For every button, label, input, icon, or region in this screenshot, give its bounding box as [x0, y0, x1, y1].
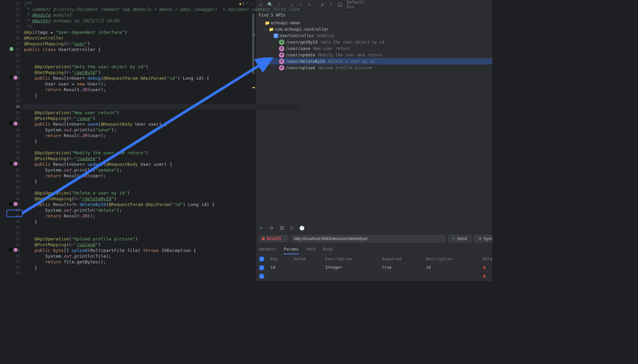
code-line[interactable]: @RestController — [23, 35, 299, 41]
code-line[interactable] — [23, 184, 299, 190]
code-line[interactable]: @ApiOperation("Delete a user by id") — [23, 190, 299, 196]
run-icon[interactable] — [9, 76, 13, 79]
code-line[interactable]: } — [23, 93, 299, 98]
code-line[interactable]: @PostMapping(©~"/update") — [23, 156, 299, 161]
delete-icon[interactable]: 🗑 — [482, 265, 487, 270]
column-header: Delete — [480, 255, 492, 263]
svg-marker-2 — [9, 162, 13, 165]
code-line[interactable] — [23, 58, 299, 64]
tab-path[interactable]: Path — [305, 245, 316, 254]
gear-icon[interactable]: ⚙ — [320, 2, 325, 7]
code-line[interactable]: public Result<User> debug(@RequestParam … — [23, 75, 299, 81]
method-icon — [14, 122, 18, 126]
method-icon — [14, 162, 18, 166]
code-line[interactable]: @RequestMapping(©~"user") — [23, 41, 299, 47]
chevron-up-icon[interactable]: ⌃ — [246, 1, 249, 6]
warnings-badge[interactable]: ▲ 3 — [239, 1, 244, 6]
code-line[interactable]: return file.getBytes(); — [23, 259, 299, 265]
code-line[interactable]: @ApiOperation("Gets the user object by i… — [23, 64, 299, 70]
code-line[interactable] — [23, 230, 299, 236]
code-line[interactable]: @GetMapping(©~"/getById") — [23, 70, 299, 75]
column-header: Description — [423, 255, 479, 263]
code-line[interactable] — [23, 144, 299, 150]
code-line[interactable] — [23, 225, 299, 230]
code-line[interactable]: public Result<User> save(@RequestBody Us… — [23, 121, 299, 127]
code-line[interactable]: return Result.OK(user); — [23, 173, 299, 179]
code-line[interactable]: } — [23, 138, 299, 144]
send-icon: ➤ — [453, 236, 455, 241]
code-area[interactable]: /** * Comment priority:Document comment … — [23, 0, 299, 281]
code-line[interactable]: @ApiOperation("Upload profile picture") — [23, 236, 299, 242]
help-icon[interactable]: ? — [329, 2, 333, 7]
run-icon[interactable] — [9, 122, 13, 125]
code-line[interactable]: return Result.OK(); — [23, 213, 299, 219]
run-icon[interactable] — [9, 202, 13, 205]
code-line[interactable] — [23, 52, 299, 58]
code-line[interactable]: /** — [23, 1, 299, 6]
code-line[interactable]: * @module module2 — [23, 12, 299, 18]
scrollbar-mark — [252, 87, 255, 88]
code-line[interactable]: return Result.OK(user); — [23, 133, 299, 138]
headphones-icon[interactable]: 🎧 — [337, 2, 343, 7]
svg-marker-4 — [9, 248, 13, 251]
method-icon — [14, 248, 18, 252]
sync-button[interactable]: ⟳ Sync — [474, 235, 492, 243]
column-header: Required — [379, 255, 422, 263]
run-icon[interactable] — [9, 248, 13, 251]
code-line[interactable] — [23, 104, 299, 110]
code-line[interactable]: @ApiOperation("New user return") — [23, 110, 299, 115]
code-line[interactable] — [23, 98, 299, 104]
code-line[interactable]: @PostMapping(©~"/upload") — [23, 242, 299, 248]
code-editor-pane: 1213141516171819202122232425262728293031… — [0, 0, 256, 281]
close-icon[interactable]: ✕ — [307, 2, 312, 7]
editor-scrollbar[interactable] — [252, 0, 255, 281]
code-line[interactable]: System.out.println("update"); — [23, 167, 299, 173]
code-line[interactable]: * @author echoapi at 2023/7/3 14:04 — [23, 18, 299, 24]
annotation-highlight-box — [6, 210, 23, 217]
sync-icon: ⟳ — [478, 236, 482, 241]
code-line[interactable]: System.out.println("delete"); — [23, 207, 299, 213]
scrollbar-thumb[interactable] — [252, 14, 254, 74]
code-line[interactable]: } — [23, 179, 299, 184]
warning-icon: ▲ — [239, 1, 242, 6]
code-line[interactable]: @PostMapping(©~"/save") — [23, 115, 299, 121]
code-line[interactable] — [23, 270, 299, 276]
code-line[interactable]: } — [23, 265, 299, 270]
delete-icon[interactable]: 🗑 — [482, 274, 487, 279]
code-line[interactable]: @Api(tags = "User-dependent interface") — [23, 29, 299, 35]
code-line[interactable]: public class UserController { — [23, 47, 299, 52]
code-line[interactable]: @DeleteMapping(©~"/deleteById") — [23, 196, 299, 202]
url-input[interactable] — [291, 235, 446, 243]
class-gutter-icon — [9, 47, 14, 51]
env-selector[interactable]: Default Env — [347, 0, 370, 9]
column-header: Description — [323, 255, 379, 263]
code-line[interactable]: } — [23, 219, 299, 225]
history-icon[interactable]: 🕐 — [299, 226, 305, 231]
code-line[interactable]: System.out.println(file); — [23, 253, 299, 259]
editor-gutter: 1213141516171819202122232425262728293031… — [0, 0, 23, 281]
svg-marker-3 — [9, 202, 13, 205]
code-line[interactable]: System.out.println("save"); — [23, 127, 299, 133]
code-line[interactable]: public byte[] upload(MultipartFile file)… — [23, 248, 299, 253]
separator — [316, 2, 316, 7]
code-line[interactable]: * Comment priority:Document comment tag … — [23, 6, 299, 12]
run-icon[interactable] — [9, 162, 13, 165]
method-icon — [14, 202, 18, 206]
send-button[interactable]: ➤ Send — [448, 235, 472, 243]
svg-marker-0 — [9, 76, 13, 79]
code-line[interactable]: public Result<User> update(@RequestBody … — [23, 161, 299, 167]
warning-count: 3 — [242, 1, 244, 6]
code-line[interactable]: User user = new User(); — [23, 81, 299, 87]
code-line[interactable]: public Result<?> deleteById(@RequestPara… — [23, 202, 299, 207]
method-icon — [14, 76, 18, 80]
svg-marker-1 — [9, 122, 13, 125]
editor-toolbar: ▲ 3 ⌃ ⌄ — [239, 1, 253, 6]
code-line[interactable]: */ — [23, 24, 299, 29]
tab-body[interactable]: Body — [323, 245, 334, 254]
code-line[interactable]: return Result.OK(user); — [23, 87, 299, 93]
code-line[interactable]: @ApiOperation("Modify the user and retur… — [23, 150, 299, 156]
